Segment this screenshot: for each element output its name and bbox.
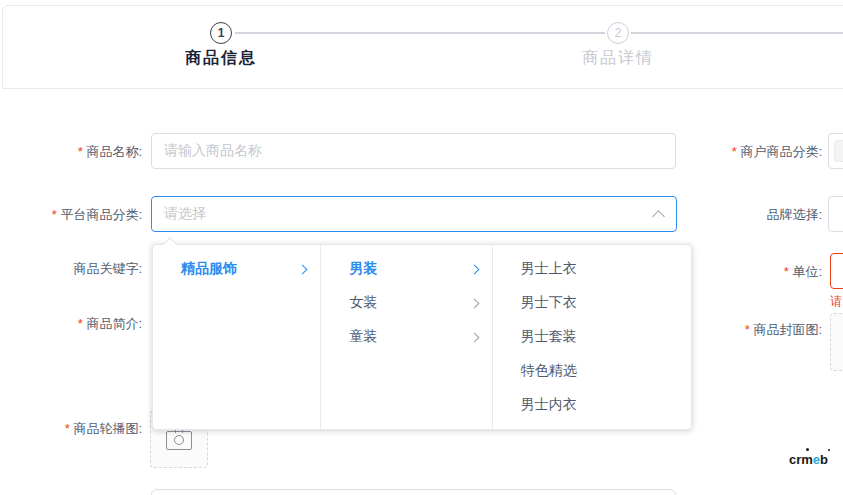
cascader-item[interactable]: 女装 bbox=[321, 286, 491, 320]
steps-header-card bbox=[2, 5, 843, 89]
product-form-page: 1 商品信息 2 商品详情 商品名称: 请输入商品名称 平台商品分类: 请选择 … bbox=[0, 0, 843, 495]
category-cascader-dropdown: 精品服饰 男装 女装 童装 男士上衣 男士下衣 bbox=[152, 244, 692, 430]
chevron-right-icon bbox=[469, 298, 479, 308]
slider-image-label: 商品轮播图: bbox=[0, 421, 142, 437]
cascader-item[interactable]: 童装 bbox=[321, 320, 491, 354]
brand-select[interactable] bbox=[828, 196, 843, 232]
cascader-column-2: 男装 女装 童装 bbox=[321, 245, 492, 429]
cover-image-upload[interactable] bbox=[830, 313, 843, 371]
cascader-item[interactable]: 男士套装 bbox=[493, 320, 691, 354]
chevron-right-icon bbox=[469, 264, 479, 274]
step2-title: 商品详情 bbox=[548, 48, 688, 69]
next-section-box bbox=[151, 489, 676, 495]
keyword-label: 商品关键字: bbox=[0, 261, 142, 277]
chevron-right-icon bbox=[298, 264, 308, 274]
platform-category-placeholder: 请选择 bbox=[164, 205, 206, 223]
merchant-category-label: 商户商品分类: bbox=[660, 144, 822, 160]
cascader-column-3: 男士上衣 男士下衣 男士套装 特色精选 男士内衣 bbox=[493, 245, 691, 429]
camera-icon bbox=[166, 428, 192, 450]
step2-circle: 2 bbox=[607, 22, 629, 44]
platform-category-label: 平台商品分类: bbox=[0, 207, 142, 223]
cascader-item[interactable]: 男装 bbox=[321, 252, 491, 286]
step1-title: 商品信息 bbox=[151, 48, 291, 69]
unit-input[interactable] bbox=[830, 253, 843, 289]
brand-label: 品牌选择: bbox=[660, 207, 822, 223]
step2-number: 2 bbox=[615, 26, 622, 40]
cascader-item[interactable]: 精品服饰 bbox=[153, 252, 320, 286]
product-name-input[interactable]: 请输入商品名称 bbox=[151, 133, 676, 169]
intro-label: 商品简介: bbox=[0, 316, 142, 332]
crmeb-logo: crmeb bbox=[789, 452, 828, 467]
platform-category-select[interactable]: 请选择 bbox=[151, 196, 677, 232]
cascader-column-1: 精品服饰 bbox=[153, 245, 321, 429]
cascader-item[interactable]: 男士上衣 bbox=[493, 252, 691, 286]
product-name-placeholder: 请输入商品名称 bbox=[164, 142, 262, 160]
cascader-item[interactable]: 男士内衣 bbox=[493, 388, 691, 422]
step-connector-line-1 bbox=[235, 32, 605, 34]
product-name-label: 商品名称: bbox=[0, 144, 142, 160]
merchant-category-tag bbox=[834, 140, 843, 162]
step1-circle: 1 bbox=[210, 22, 232, 44]
step-connector-line-2 bbox=[631, 32, 843, 34]
chevron-right-icon bbox=[469, 332, 479, 342]
step1-number: 1 bbox=[218, 26, 225, 40]
cascader-item[interactable]: 特色精选 bbox=[493, 354, 691, 388]
cascader-item[interactable]: 男士下衣 bbox=[493, 286, 691, 320]
unit-error-text: 请 bbox=[830, 293, 842, 310]
